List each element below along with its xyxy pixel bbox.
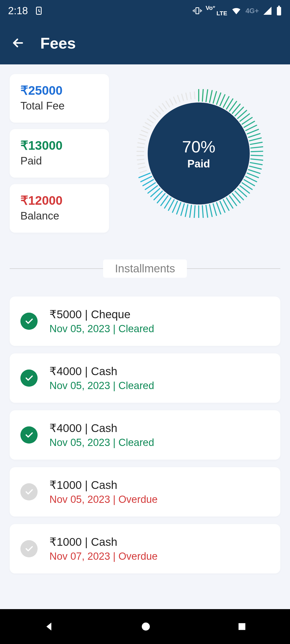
wifi-icon <box>231 5 242 16</box>
svg-line-54 <box>177 203 181 214</box>
svg-line-30 <box>249 166 261 169</box>
paid-card[interactable]: ₹13000 Paid <box>10 129 109 178</box>
svg-line-27 <box>251 155 263 156</box>
check-circle-disabled-icon <box>20 483 38 500</box>
nav-back-button[interactable] <box>43 621 55 632</box>
installments-divider: Installments <box>10 259 280 278</box>
svg-line-22 <box>248 133 260 137</box>
separator: | <box>110 494 118 505</box>
svg-line-85 <box>162 103 166 109</box>
installment-amount: ₹4000 <box>49 365 82 378</box>
balance-card[interactable]: ₹12000 Balance <box>10 184 109 233</box>
balance-label: Balance <box>20 210 98 222</box>
nav-recent-button[interactable] <box>237 621 247 632</box>
svg-line-32 <box>247 173 259 178</box>
installment-item[interactable]: ₹1000 | CashNov 05, 2023 | Overdue <box>10 467 280 517</box>
installment-title: ₹1000 | Cash <box>49 478 158 492</box>
separator: | <box>82 422 91 434</box>
svg-line-91 <box>186 93 187 100</box>
installment-date: Nov 07, 2023 <box>49 551 110 562</box>
svg-line-77 <box>142 130 148 133</box>
svg-line-44 <box>217 203 221 214</box>
page-title: Fees <box>40 34 76 52</box>
svg-line-67 <box>140 170 146 173</box>
installment-method: Cash <box>91 422 117 434</box>
installment-method: Cash <box>91 536 117 548</box>
separator: | <box>82 536 91 548</box>
svg-line-92 <box>190 92 191 99</box>
installment-status: Overdue <box>118 494 158 505</box>
svg-line-45 <box>213 204 216 215</box>
svg-line-31 <box>248 170 260 173</box>
svg-line-75 <box>139 138 145 140</box>
svg-line-10 <box>220 94 225 105</box>
paid-label: Paid <box>20 155 98 167</box>
installment-item[interactable]: ₹4000 | CashNov 05, 2023 | Cleared <box>10 410 280 460</box>
installment-item[interactable]: ₹4000 | CashNov 05, 2023 | Cleared <box>10 353 280 403</box>
svg-line-87 <box>170 99 173 105</box>
installment-date: Nov 05, 2023 <box>49 494 110 505</box>
installment-date: Nov 05, 2023 <box>49 323 110 334</box>
installment-status: Cleared <box>118 437 154 448</box>
svg-line-20 <box>246 125 256 130</box>
installment-amount: ₹5000 <box>49 308 82 321</box>
total-fee-card[interactable]: ₹25000 Total Fee <box>10 74 109 123</box>
separator: | <box>82 479 91 491</box>
installment-date: Nov 05, 2023 <box>49 380 110 391</box>
svg-line-86 <box>166 101 169 107</box>
nav-home-button[interactable] <box>140 621 151 632</box>
installment-title: ₹4000 | Cash <box>49 422 154 435</box>
svg-rect-1 <box>196 8 199 14</box>
svg-line-9 <box>217 93 221 104</box>
svg-line-33 <box>246 176 256 182</box>
svg-line-7 <box>210 90 212 102</box>
svg-line-78 <box>143 126 149 129</box>
svg-line-26 <box>251 151 263 152</box>
svg-line-46 <box>210 204 212 216</box>
divider-line <box>10 268 103 269</box>
installment-amount: ₹1000 <box>49 536 82 548</box>
svg-rect-95 <box>239 623 245 630</box>
separator: | <box>110 437 118 448</box>
svg-line-50 <box>194 206 195 218</box>
content-area: ₹25000 Total Fee ₹13000 Paid ₹12000 Bala… <box>0 64 290 609</box>
installment-subtitle: Nov 05, 2023 | Cleared <box>49 323 154 335</box>
installment-title: ₹5000 | Cheque <box>49 308 154 321</box>
svg-line-74 <box>138 143 144 144</box>
svg-line-70 <box>137 159 144 160</box>
svg-line-69 <box>138 163 144 164</box>
installment-status: Cleared <box>118 380 154 391</box>
svg-line-29 <box>250 162 262 164</box>
svg-line-51 <box>190 205 191 217</box>
svg-line-5 <box>202 89 203 101</box>
installment-item[interactable]: ₹1000 | CashNov 07, 2023 | Overdue <box>10 524 280 573</box>
installment-text: ₹5000 | ChequeNov 05, 2023 | Cleared <box>49 308 154 335</box>
svg-rect-3 <box>278 6 280 7</box>
svg-line-81 <box>150 115 155 119</box>
network-type-label: 4G+ <box>245 7 259 15</box>
separator: | <box>110 551 118 562</box>
total-fee-amount: ₹25000 <box>20 83 98 98</box>
svg-line-55 <box>172 201 177 212</box>
separator: | <box>110 380 118 391</box>
total-fee-label: Total Fee <box>20 100 98 112</box>
installment-item[interactable]: ₹5000 | ChequeNov 05, 2023 | Cleared <box>10 297 280 346</box>
svg-line-90 <box>182 94 184 100</box>
installment-status: Overdue <box>118 551 158 562</box>
payment-progress-chart: 70% Paid <box>134 89 263 218</box>
separator: | <box>82 308 91 321</box>
check-circle-icon <box>20 369 38 387</box>
svg-line-25 <box>251 147 263 148</box>
installment-method: Cheque <box>91 308 130 321</box>
signal-icon <box>263 6 272 16</box>
divider-line <box>187 268 280 269</box>
svg-line-84 <box>159 106 163 111</box>
installment-subtitle: Nov 07, 2023 | Overdue <box>49 551 158 562</box>
svg-point-94 <box>142 623 150 631</box>
separator: | <box>110 323 118 334</box>
back-button[interactable] <box>11 36 25 50</box>
svg-line-88 <box>173 97 176 103</box>
svg-line-6 <box>206 90 208 102</box>
svg-line-23 <box>249 138 261 141</box>
balance-amount: ₹12000 <box>20 193 98 208</box>
